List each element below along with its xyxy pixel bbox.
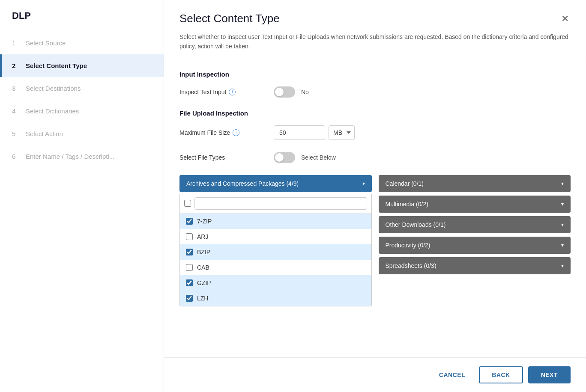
page-title: Select Content Type	[179, 12, 280, 25]
dropdown-search-input[interactable]	[194, 197, 367, 210]
item-gzip-checkbox[interactable]	[186, 279, 193, 286]
main-body: Input Inspection Inspect Text Input i No…	[164, 60, 586, 357]
item-7zip-label: 7-ZIP	[197, 218, 212, 225]
productivity-dropdown[interactable]: Productivity (0/2) ▾	[379, 237, 571, 254]
item-cab-label: CAB	[197, 264, 209, 271]
left-col: Archives and Compressed Packages (4/9) ▾	[179, 175, 372, 274]
step-5-number: 5	[12, 130, 21, 137]
footer: CANCEL BACK NEXT	[164, 357, 586, 392]
select-file-types-status: Select Below	[301, 154, 336, 161]
dropdown-panel: 7-ZIP ARJ BZIP	[179, 194, 372, 306]
main-panel: Select Content Type ✕ Select whether to …	[164, 0, 586, 392]
calendar-dropdown[interactable]: Calendar (0/1) ▾	[379, 175, 571, 192]
primary-dropdown-chevron-icon: ▾	[362, 181, 365, 187]
list-item[interactable]: ARJ	[180, 229, 371, 244]
file-upload-inspection-heading: File Upload Inspection	[179, 110, 571, 117]
inspect-text-input-label: Inspect Text Input i	[179, 89, 274, 95]
step-3-number: 3	[12, 85, 21, 92]
max-file-size-row: Maximum File Size i MB KB GB	[179, 125, 571, 140]
input-inspection-heading: Input Inspection	[179, 71, 571, 78]
select-file-types-row: Select File Types Select Below	[179, 152, 571, 163]
right-col: Calendar (0/1) ▾ Multimedia (0/2) ▾ Othe…	[379, 175, 571, 274]
item-bzip-checkbox[interactable]	[186, 249, 193, 255]
sidebar-item-enter-name[interactable]: 6 Enter Name / Tags / Descripti...	[0, 145, 164, 168]
calendar-chevron-icon: ▾	[561, 181, 564, 187]
cancel-button[interactable]: CANCEL	[431, 366, 474, 383]
productivity-chevron-icon: ▾	[561, 242, 564, 248]
inspect-text-input-toggle[interactable]	[274, 86, 295, 98]
dropdowns-container: Archives and Compressed Packages (4/9) ▾	[179, 175, 571, 274]
list-item[interactable]: LZH	[180, 291, 371, 306]
list-item[interactable]: 7-ZIP	[180, 214, 371, 229]
productivity-dropdown-label: Productivity (0/2)	[386, 242, 431, 249]
step-6-label: Enter Name / Tags / Descripti...	[26, 153, 114, 160]
next-button[interactable]: NEXT	[528, 366, 571, 383]
dropdown-search-row	[180, 194, 371, 214]
multimedia-dropdown[interactable]: Multimedia (0/2) ▾	[379, 196, 571, 213]
input-inspection-section: Input Inspection Inspect Text Input i No	[179, 71, 571, 98]
item-cab-checkbox[interactable]	[186, 264, 193, 271]
list-item[interactable]: BZIP	[180, 244, 371, 260]
item-arj-label: ARJ	[197, 233, 208, 240]
max-file-size-info-icon[interactable]: i	[233, 129, 239, 136]
step-1-label: Select Source	[26, 39, 66, 47]
close-button[interactable]: ✕	[559, 12, 571, 25]
inspect-text-input-status: No	[301, 89, 309, 95]
main-header: Select Content Type ✕	[164, 0, 586, 25]
item-arj-checkbox[interactable]	[186, 233, 193, 240]
select-file-types-toggle[interactable]	[274, 152, 295, 163]
step-6-number: 6	[12, 153, 21, 160]
multimedia-dropdown-label: Multimedia (0/2)	[386, 201, 428, 208]
sidebar-item-select-destinations[interactable]: 3 Select Destinations	[0, 77, 164, 100]
primary-dropdown-label: Archives and Compressed Packages (4/9)	[186, 180, 299, 187]
sidebar-item-select-dictionaries[interactable]: 4 Select Dictionaries	[0, 100, 164, 122]
item-bzip-label: BZIP	[197, 249, 210, 255]
item-lzh-label: LZH	[197, 295, 208, 302]
inspect-text-input-row: Inspect Text Input i No	[179, 86, 571, 98]
max-file-size-input[interactable]	[274, 125, 325, 140]
file-upload-inspection-section: File Upload Inspection Maximum File Size…	[179, 110, 571, 274]
other-downloads-dropdown[interactable]: Other Downloads (0/1) ▾	[379, 216, 571, 233]
step-2-label: Select Content Type	[26, 62, 87, 69]
spreadsheets-dropdown-label: Spreadsheets (0/3)	[386, 262, 437, 269]
sidebar-item-select-source[interactable]: 1 Select Source	[0, 32, 164, 54]
step-5-label: Select Action	[26, 130, 63, 137]
spreadsheets-dropdown[interactable]: Spreadsheets (0/3) ▾	[379, 257, 571, 274]
file-size-wrap: MB KB GB	[274, 125, 355, 140]
primary-dropdown-button[interactable]: Archives and Compressed Packages (4/9) ▾	[179, 175, 372, 192]
item-lzh-checkbox[interactable]	[186, 295, 193, 302]
unit-select[interactable]: MB KB GB	[329, 125, 355, 140]
other-downloads-dropdown-label: Other Downloads (0/1)	[386, 221, 446, 228]
max-file-size-label: Maximum File Size i	[179, 129, 274, 136]
dropdown-list: 7-ZIP ARJ BZIP	[180, 214, 371, 306]
select-file-types-label: Select File Types	[179, 154, 274, 161]
item-gzip-label: GZIP	[197, 279, 211, 286]
multimedia-chevron-icon: ▾	[561, 201, 564, 207]
sidebar-title: DLP	[0, 10, 164, 32]
list-item[interactable]: CAB	[180, 260, 371, 275]
select-all-checkbox[interactable]	[184, 200, 191, 207]
sidebar: DLP 1 Select Source 2 Select Content Typ…	[0, 0, 164, 392]
item-7zip-checkbox[interactable]	[186, 218, 193, 225]
calendar-dropdown-label: Calendar (0/1)	[386, 180, 424, 187]
step-1-number: 1	[12, 39, 21, 47]
back-button[interactable]: BACK	[479, 366, 523, 383]
spreadsheets-chevron-icon: ▾	[561, 263, 564, 269]
list-item[interactable]: GZIP	[180, 275, 371, 291]
inspect-text-input-info-icon[interactable]: i	[229, 89, 236, 95]
page-description: Select whether to inspect user Text Inpu…	[164, 25, 586, 60]
step-3-label: Select Destinations	[26, 85, 81, 92]
sidebar-item-select-action[interactable]: 5 Select Action	[0, 122, 164, 145]
step-4-number: 4	[12, 107, 21, 115]
step-2-number: 2	[12, 62, 21, 69]
other-downloads-chevron-icon: ▾	[561, 222, 564, 228]
step-4-label: Select Dictionaries	[26, 107, 79, 115]
sidebar-item-select-content-type[interactable]: 2 Select Content Type	[0, 54, 164, 77]
